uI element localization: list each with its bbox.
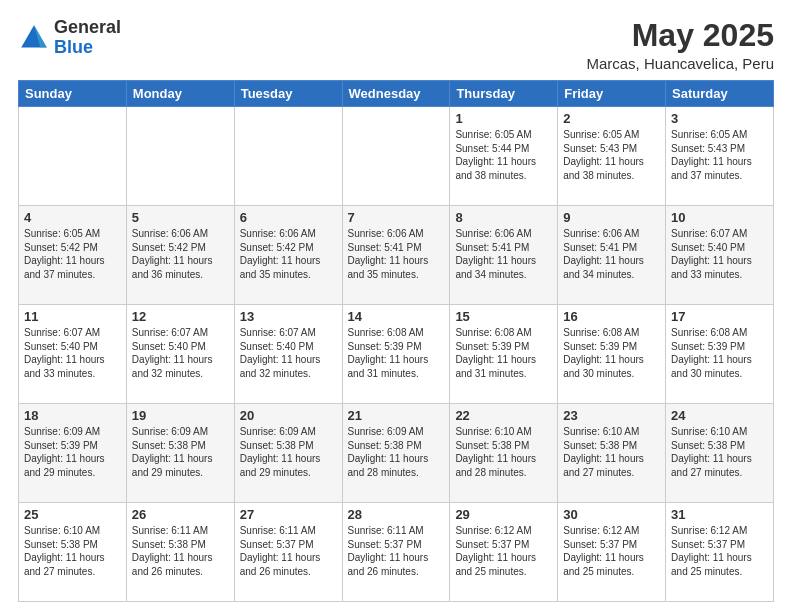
day-number: 23 [563,408,660,423]
day-cell: 16Sunrise: 6:08 AM Sunset: 5:39 PM Dayli… [558,305,666,404]
day-info: Sunrise: 6:05 AM Sunset: 5:43 PM Dayligh… [563,128,660,182]
day-info: Sunrise: 6:12 AM Sunset: 5:37 PM Dayligh… [563,524,660,578]
day-number: 7 [348,210,445,225]
day-info: Sunrise: 6:10 AM Sunset: 5:38 PM Dayligh… [671,425,768,479]
day-info: Sunrise: 6:08 AM Sunset: 5:39 PM Dayligh… [563,326,660,380]
day-cell: 20Sunrise: 6:09 AM Sunset: 5:38 PM Dayli… [234,404,342,503]
day-number: 5 [132,210,229,225]
day-info: Sunrise: 6:10 AM Sunset: 5:38 PM Dayligh… [24,524,121,578]
day-info: Sunrise: 6:07 AM Sunset: 5:40 PM Dayligh… [671,227,768,281]
logo-text: General Blue [54,18,121,58]
weekday-header-sunday: Sunday [19,81,127,107]
day-cell: 9Sunrise: 6:06 AM Sunset: 5:41 PM Daylig… [558,206,666,305]
day-number: 29 [455,507,552,522]
day-number: 15 [455,309,552,324]
day-cell: 10Sunrise: 6:07 AM Sunset: 5:40 PM Dayli… [666,206,774,305]
day-cell [342,107,450,206]
day-info: Sunrise: 6:10 AM Sunset: 5:38 PM Dayligh… [455,425,552,479]
location-title: Marcas, Huancavelica, Peru [586,55,774,72]
title-area: May 2025 Marcas, Huancavelica, Peru [586,18,774,72]
day-number: 8 [455,210,552,225]
day-info: Sunrise: 6:12 AM Sunset: 5:37 PM Dayligh… [455,524,552,578]
weekday-header-saturday: Saturday [666,81,774,107]
week-row-5: 25Sunrise: 6:10 AM Sunset: 5:38 PM Dayli… [19,503,774,602]
day-info: Sunrise: 6:05 AM Sunset: 5:44 PM Dayligh… [455,128,552,182]
day-info: Sunrise: 6:06 AM Sunset: 5:42 PM Dayligh… [132,227,229,281]
day-info: Sunrise: 6:09 AM Sunset: 5:38 PM Dayligh… [240,425,337,479]
day-number: 18 [24,408,121,423]
day-cell: 7Sunrise: 6:06 AM Sunset: 5:41 PM Daylig… [342,206,450,305]
day-cell: 18Sunrise: 6:09 AM Sunset: 5:39 PM Dayli… [19,404,127,503]
day-cell [126,107,234,206]
day-cell: 8Sunrise: 6:06 AM Sunset: 5:41 PM Daylig… [450,206,558,305]
calendar-header: SundayMondayTuesdayWednesdayThursdayFrid… [19,81,774,107]
day-cell: 2Sunrise: 6:05 AM Sunset: 5:43 PM Daylig… [558,107,666,206]
day-number: 4 [24,210,121,225]
day-info: Sunrise: 6:09 AM Sunset: 5:38 PM Dayligh… [348,425,445,479]
day-cell: 15Sunrise: 6:08 AM Sunset: 5:39 PM Dayli… [450,305,558,404]
week-row-4: 18Sunrise: 6:09 AM Sunset: 5:39 PM Dayli… [19,404,774,503]
day-info: Sunrise: 6:08 AM Sunset: 5:39 PM Dayligh… [348,326,445,380]
day-info: Sunrise: 6:07 AM Sunset: 5:40 PM Dayligh… [240,326,337,380]
calendar-table: SundayMondayTuesdayWednesdayThursdayFrid… [18,80,774,602]
day-number: 12 [132,309,229,324]
day-number: 30 [563,507,660,522]
day-cell: 6Sunrise: 6:06 AM Sunset: 5:42 PM Daylig… [234,206,342,305]
day-cell: 22Sunrise: 6:10 AM Sunset: 5:38 PM Dayli… [450,404,558,503]
day-number: 22 [455,408,552,423]
day-number: 3 [671,111,768,126]
day-cell [19,107,127,206]
day-number: 16 [563,309,660,324]
day-cell: 13Sunrise: 6:07 AM Sunset: 5:40 PM Dayli… [234,305,342,404]
day-cell: 24Sunrise: 6:10 AM Sunset: 5:38 PM Dayli… [666,404,774,503]
day-info: Sunrise: 6:06 AM Sunset: 5:41 PM Dayligh… [455,227,552,281]
logo-general-label: General [54,18,121,38]
day-number: 2 [563,111,660,126]
day-number: 10 [671,210,768,225]
day-cell [234,107,342,206]
day-number: 24 [671,408,768,423]
day-cell: 29Sunrise: 6:12 AM Sunset: 5:37 PM Dayli… [450,503,558,602]
week-row-3: 11Sunrise: 6:07 AM Sunset: 5:40 PM Dayli… [19,305,774,404]
day-cell: 30Sunrise: 6:12 AM Sunset: 5:37 PM Dayli… [558,503,666,602]
day-cell: 14Sunrise: 6:08 AM Sunset: 5:39 PM Dayli… [342,305,450,404]
day-cell: 1Sunrise: 6:05 AM Sunset: 5:44 PM Daylig… [450,107,558,206]
calendar-body: 1Sunrise: 6:05 AM Sunset: 5:44 PM Daylig… [19,107,774,602]
day-number: 20 [240,408,337,423]
day-info: Sunrise: 6:11 AM Sunset: 5:37 PM Dayligh… [240,524,337,578]
day-info: Sunrise: 6:10 AM Sunset: 5:38 PM Dayligh… [563,425,660,479]
day-info: Sunrise: 6:08 AM Sunset: 5:39 PM Dayligh… [455,326,552,380]
day-number: 1 [455,111,552,126]
day-cell: 17Sunrise: 6:08 AM Sunset: 5:39 PM Dayli… [666,305,774,404]
weekday-header-monday: Monday [126,81,234,107]
day-cell: 26Sunrise: 6:11 AM Sunset: 5:38 PM Dayli… [126,503,234,602]
month-title: May 2025 [586,18,774,53]
day-info: Sunrise: 6:07 AM Sunset: 5:40 PM Dayligh… [132,326,229,380]
day-info: Sunrise: 6:09 AM Sunset: 5:39 PM Dayligh… [24,425,121,479]
day-number: 31 [671,507,768,522]
day-info: Sunrise: 6:11 AM Sunset: 5:37 PM Dayligh… [348,524,445,578]
weekday-header-thursday: Thursday [450,81,558,107]
day-number: 19 [132,408,229,423]
day-info: Sunrise: 6:11 AM Sunset: 5:38 PM Dayligh… [132,524,229,578]
day-info: Sunrise: 6:05 AM Sunset: 5:42 PM Dayligh… [24,227,121,281]
day-cell: 25Sunrise: 6:10 AM Sunset: 5:38 PM Dayli… [19,503,127,602]
day-number: 6 [240,210,337,225]
day-number: 26 [132,507,229,522]
day-cell: 21Sunrise: 6:09 AM Sunset: 5:38 PM Dayli… [342,404,450,503]
day-cell: 27Sunrise: 6:11 AM Sunset: 5:37 PM Dayli… [234,503,342,602]
day-info: Sunrise: 6:07 AM Sunset: 5:40 PM Dayligh… [24,326,121,380]
weekday-header-row: SundayMondayTuesdayWednesdayThursdayFrid… [19,81,774,107]
day-info: Sunrise: 6:09 AM Sunset: 5:38 PM Dayligh… [132,425,229,479]
header: General Blue May 2025 Marcas, Huancaveli… [18,18,774,72]
day-number: 17 [671,309,768,324]
page: General Blue May 2025 Marcas, Huancaveli… [0,0,792,612]
day-cell: 19Sunrise: 6:09 AM Sunset: 5:38 PM Dayli… [126,404,234,503]
day-number: 14 [348,309,445,324]
day-cell: 28Sunrise: 6:11 AM Sunset: 5:37 PM Dayli… [342,503,450,602]
day-info: Sunrise: 6:06 AM Sunset: 5:41 PM Dayligh… [348,227,445,281]
day-cell: 5Sunrise: 6:06 AM Sunset: 5:42 PM Daylig… [126,206,234,305]
logo-icon [18,22,50,54]
weekday-header-wednesday: Wednesday [342,81,450,107]
day-cell: 23Sunrise: 6:10 AM Sunset: 5:38 PM Dayli… [558,404,666,503]
